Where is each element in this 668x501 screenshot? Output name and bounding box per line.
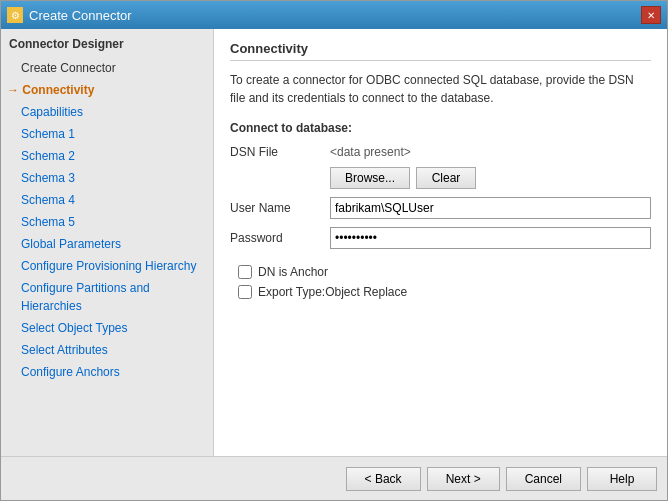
connect-to-label: Connect to database: [230, 121, 651, 135]
sidebar-item-connectivity[interactable]: Connectivity [1, 79, 213, 101]
main-area: Connector Designer Create Connector Conn… [1, 29, 667, 456]
password-label: Password [230, 231, 330, 245]
checkboxes-section: DN is Anchor Export Type:Object Replace [230, 265, 651, 305]
app-icon: ⚙ [7, 7, 23, 23]
sidebar-item-schema3[interactable]: Schema 3 [1, 167, 213, 189]
username-input[interactable] [330, 197, 651, 219]
export-type-label: Export Type:Object Replace [258, 285, 407, 299]
help-button[interactable]: Help [587, 467, 657, 491]
sidebar-item-configure-partitions-and-hierarchies[interactable]: Configure Partitions and Hierarchies [1, 277, 213, 317]
username-label: User Name [230, 201, 330, 215]
password-input[interactable] [330, 227, 651, 249]
sidebar-item-capabilities[interactable]: Capabilities [1, 101, 213, 123]
sidebar-item-global-parameters[interactable]: Global Parameters [1, 233, 213, 255]
sidebar-item-configure-provisioning-hierarchy[interactable]: Configure Provisioning Hierarchy [1, 255, 213, 277]
title-bar: ⚙ Create Connector ✕ [1, 1, 667, 29]
export-type-checkbox[interactable] [238, 285, 252, 299]
export-type-row: Export Type:Object Replace [238, 285, 651, 299]
sidebar-item-configure-anchors[interactable]: Configure Anchors [1, 361, 213, 383]
close-button[interactable]: ✕ [641, 6, 661, 24]
password-row: Password [230, 227, 651, 249]
sidebar-item-create-connector[interactable]: Create Connector [1, 57, 213, 79]
dn-anchor-label: DN is Anchor [258, 265, 328, 279]
sidebar-item-schema1[interactable]: Schema 1 [1, 123, 213, 145]
dn-anchor-checkbox[interactable] [238, 265, 252, 279]
back-button[interactable]: < Back [346, 467, 421, 491]
dsn-file-row: DSN File <data present> [230, 145, 651, 159]
dn-is-anchor-row: DN is Anchor [238, 265, 651, 279]
browse-clear-row: Browse... Clear [330, 167, 651, 189]
next-button[interactable]: Next > [427, 467, 500, 491]
main-window: ⚙ Create Connector ✕ Connector Designer … [0, 0, 668, 501]
content-area: Connectivity To create a connector for O… [214, 29, 667, 456]
username-row: User Name [230, 197, 651, 219]
browse-button[interactable]: Browse... [330, 167, 410, 189]
title-bar-buttons: ✕ [641, 6, 661, 24]
sidebar-item-schema5[interactable]: Schema 5 [1, 211, 213, 233]
sidebar-item-schema4[interactable]: Schema 4 [1, 189, 213, 211]
sidebar: Connector Designer Create Connector Conn… [1, 29, 214, 456]
clear-button[interactable]: Clear [416, 167, 476, 189]
title-bar-left: ⚙ Create Connector [7, 7, 132, 23]
window-title: Create Connector [29, 8, 132, 23]
sidebar-item-select-object-types[interactable]: Select Object Types [1, 317, 213, 339]
sidebar-item-select-attributes[interactable]: Select Attributes [1, 339, 213, 361]
section-title: Connectivity [230, 41, 651, 61]
cancel-button[interactable]: Cancel [506, 467, 581, 491]
sidebar-header: Connector Designer [1, 33, 213, 57]
footer: < Back Next > Cancel Help [1, 456, 667, 500]
description-text: To create a connector for ODBC connected… [230, 71, 651, 107]
sidebar-item-schema2[interactable]: Schema 2 [1, 145, 213, 167]
dsn-value: <data present> [330, 145, 651, 159]
dsn-label: DSN File [230, 145, 330, 159]
